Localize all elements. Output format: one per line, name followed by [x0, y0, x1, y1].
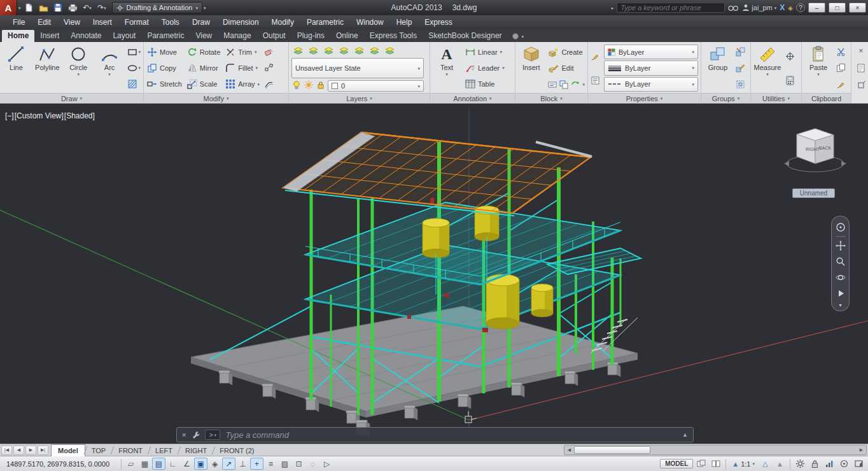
viewcube[interactable]: RIGHT BACK: [784, 129, 846, 172]
ribbon-tab-annotate[interactable]: Annotate: [65, 30, 107, 42]
layout-tab-front-2[interactable]: FRONT (2): [213, 444, 260, 456]
visual-style-control[interactable]: [Shaded]: [64, 111, 95, 120]
exchange-apps-icon[interactable]: X: [780, 3, 785, 12]
status-toggle-snap-mode[interactable]: ▦: [138, 458, 151, 470]
mirror-button[interactable]: Mirror: [185, 60, 222, 76]
manage-attributes-icon[interactable]: [559, 80, 568, 89]
layers-tool-layer-properties[interactable]: [291, 44, 305, 57]
panel-utilities-label[interactable]: Utilities▾: [751, 93, 801, 103]
group-selection-toggle[interactable]: [734, 76, 746, 92]
ribbon-tab-parametric[interactable]: Parametric: [141, 30, 190, 42]
command-prompt[interactable]: Type a command: [225, 430, 288, 440]
qat-customize-icon[interactable]: ▾: [204, 6, 206, 10]
clean-screen-button[interactable]: [852, 458, 865, 470]
full-navigation-wheel-button[interactable]: [834, 220, 848, 234]
panel-annotation-label[interactable]: Annotation▾: [430, 93, 515, 103]
menu-parametric[interactable]: Parametric: [300, 15, 350, 29]
workspace-switcher[interactable]: Drafting & Annotation ▾: [112, 2, 202, 13]
cut-button[interactable]: [835, 45, 847, 60]
status-toggle-object-snap[interactable]: ▣: [194, 458, 207, 470]
menu-draw[interactable]: Draw: [186, 15, 216, 29]
lineweight-dropdown[interactable]: ByLayer▾: [604, 60, 698, 75]
layer-state-dropdown[interactable]: Unsaved Layer State▾: [291, 58, 424, 78]
erase-button[interactable]: [263, 45, 275, 60]
id-point-button[interactable]: [784, 48, 796, 64]
help-icon[interactable]: ?: [796, 3, 805, 12]
layout-tab-front[interactable]: FRONT: [112, 444, 149, 456]
sheet-tool-icon[interactable]: [857, 64, 865, 73]
annotation-scale-button[interactable]: ▲ 1:1 ▾: [729, 458, 757, 470]
ribbon-tab-layout[interactable]: Layout: [107, 30, 141, 42]
next-tab-button[interactable]: ▶: [25, 446, 36, 455]
minimize-button[interactable]: –: [808, 3, 825, 13]
panel-layers-label[interactable]: Layers▾: [289, 93, 430, 103]
stretch-button[interactable]: Stretch: [145, 76, 184, 92]
toolbar-lock-button[interactable]: [808, 458, 822, 470]
hatch-tool-button[interactable]: [126, 76, 143, 92]
maximize-button[interactable]: □: [829, 3, 846, 13]
status-toggle-dynamic-ucs[interactable]: ⊥: [236, 458, 249, 470]
command-history-icon[interactable]: ▲: [682, 432, 688, 438]
layers-tool-layer-lock[interactable]: [368, 44, 381, 57]
menu-express[interactable]: Express: [418, 15, 458, 29]
group-edit-button[interactable]: [734, 60, 746, 76]
ribbon-tab-online[interactable]: Online: [330, 30, 364, 42]
text-button[interactable]: A Text ▾: [431, 43, 462, 93]
ribbon-tab-output[interactable]: Output: [257, 30, 291, 42]
hardware-acceleration-button[interactable]: [823, 458, 836, 470]
viewcube-face-right[interactable]: RIGHT: [806, 147, 820, 151]
panel-properties-label[interactable]: Properties▾: [588, 93, 701, 103]
search-binoculars-icon[interactable]: [728, 4, 739, 11]
status-toggle-quick-properties[interactable]: ⊡: [292, 458, 305, 470]
scrollbar-thumb[interactable]: [574, 446, 650, 454]
ribbon-tab-insert[interactable]: Insert: [34, 30, 65, 42]
panel-groups-label[interactable]: Groups▾: [701, 93, 750, 103]
quick-calc-button[interactable]: [784, 73, 796, 88]
move-button[interactable]: Move: [145, 44, 184, 60]
menu-help[interactable]: Help: [390, 15, 419, 29]
rectangle-tool-button[interactable]: ▾: [126, 45, 143, 60]
explode-button[interactable]: [263, 60, 275, 76]
panel-modify-label[interactable]: Modify▾: [144, 93, 288, 103]
status-toggle-object-snap-tracking[interactable]: ↗: [222, 458, 235, 470]
isolate-objects-button[interactable]: [837, 458, 851, 470]
circle-button[interactable]: Circle ▾: [64, 43, 94, 93]
qat-redo-button[interactable]: ↷▾: [95, 1, 109, 14]
status-toggle-infer-constraints[interactable]: ▱: [124, 458, 137, 470]
qat-new-button[interactable]: [22, 1, 36, 14]
properties-list-button[interactable]: [589, 73, 601, 88]
define-attribute-icon[interactable]: [548, 80, 557, 89]
ribbon-options-icon[interactable]: [512, 32, 519, 40]
auto-annotation-scale-button[interactable]: ▲: [773, 458, 787, 470]
edit-block-button[interactable]: Edit: [547, 60, 586, 76]
navbar-more-icon[interactable]: ▾: [839, 302, 841, 308]
status-toggle-show-lineweight[interactable]: ≡: [264, 458, 277, 470]
menu-insert[interactable]: Insert: [87, 15, 118, 29]
drawing-viewport[interactable]: RIGHT BACK [−] [Custom View] [Shaded] Un…: [0, 104, 868, 444]
quick-view-drawings-button[interactable]: [709, 458, 722, 470]
table-button[interactable]: Table: [463, 76, 507, 92]
ribbon-tab-plugins[interactable]: Plug-ins: [291, 30, 330, 42]
command-customize-icon[interactable]: [191, 430, 200, 439]
ribbon-tab-view[interactable]: View: [190, 30, 218, 42]
menu-window[interactable]: Window: [350, 15, 390, 29]
horizontal-scrollbar[interactable]: ◀ ▶: [564, 445, 867, 455]
layout-tab-left[interactable]: LEFT: [149, 444, 179, 456]
menu-format[interactable]: Format: [118, 15, 155, 29]
app-menu-arrow-icon[interactable]: ▾: [18, 6, 21, 10]
sync-attributes-icon[interactable]: [571, 80, 580, 89]
rotate-button[interactable]: Rotate: [185, 44, 222, 60]
status-toggle-dynamic-input[interactable]: +: [250, 458, 263, 470]
copy-button[interactable]: Copy: [145, 60, 184, 76]
qat-plot-button[interactable]: [66, 1, 80, 14]
quick-view-layouts-button[interactable]: [694, 458, 708, 470]
workspace-switching-button[interactable]: [794, 458, 807, 470]
paste-special-button[interactable]: [835, 76, 847, 92]
viewcube-ucs-menu[interactable]: Unnamed: [792, 188, 835, 198]
qat-open-button[interactable]: [37, 1, 50, 14]
scroll-left-icon[interactable]: ◀: [564, 446, 574, 454]
status-toggle-polar-tracking[interactable]: ∠: [180, 458, 193, 470]
zoom-button[interactable]: [834, 255, 848, 269]
qat-undo-button[interactable]: ↶▾: [81, 1, 94, 14]
command-recent-button[interactable]: >▾: [205, 430, 220, 440]
